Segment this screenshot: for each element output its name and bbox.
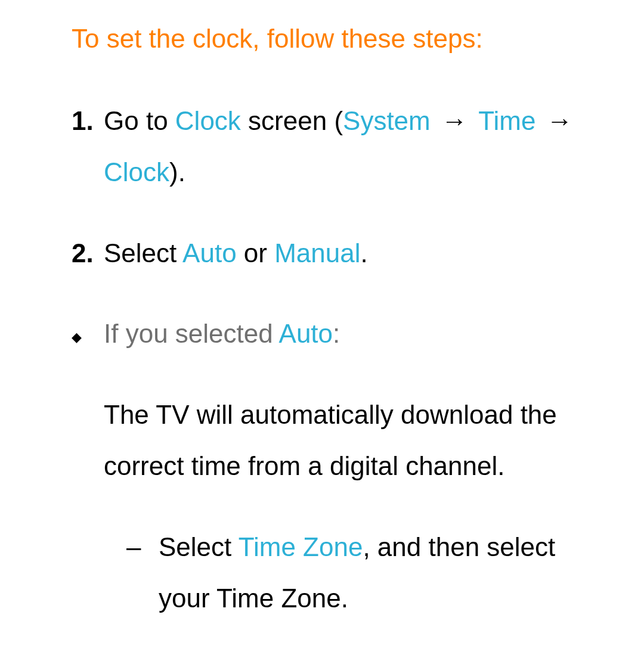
bullet-description: The TV will automatically download the c… bbox=[104, 389, 608, 492]
text: : bbox=[333, 319, 340, 348]
text: Select bbox=[104, 238, 182, 268]
text: or bbox=[237, 238, 275, 268]
bullet-body: If you selected Auto: The TV will automa… bbox=[104, 308, 608, 658]
menu-clock: Clock bbox=[104, 157, 169, 187]
text: Select bbox=[159, 532, 239, 561]
text: ). bbox=[169, 157, 185, 187]
menu-system: System bbox=[343, 106, 431, 135]
sub-item-1: – Select Time Zone, and then select your… bbox=[104, 522, 608, 624]
step-body: Go to Clock screen (System → Time → Cloc… bbox=[104, 95, 608, 198]
text: Go to bbox=[104, 106, 175, 135]
step-number: 1. bbox=[72, 95, 104, 198]
sub-item-body: Select DST (Daylight Savings bbox=[159, 653, 608, 658]
option-time-zone: Time Zone bbox=[239, 532, 363, 561]
menu-clock: Clock bbox=[175, 106, 241, 135]
bullet-item: ◆ If you selected Auto: The TV will auto… bbox=[72, 308, 608, 658]
step-body: Select Auto or Manual. bbox=[104, 228, 608, 279]
dash-bullet-icon: – bbox=[126, 522, 159, 624]
section-heading: To set the clock, follow these steps: bbox=[72, 24, 608, 54]
option-manual: Manual bbox=[274, 238, 360, 268]
arrow-icon: → bbox=[535, 106, 576, 135]
step-2: 2. Select Auto or Manual. bbox=[72, 228, 608, 279]
bullet-lead: If you selected Auto: bbox=[104, 308, 608, 359]
arrow-icon: → bbox=[431, 106, 478, 135]
text: If you selected bbox=[104, 319, 279, 348]
text: . bbox=[361, 238, 368, 268]
option-auto: Auto bbox=[182, 238, 237, 268]
step-number: 2. bbox=[72, 228, 104, 279]
menu-time: Time bbox=[478, 106, 535, 135]
step-1: 1. Go to Clock screen (System → Time → C… bbox=[72, 95, 608, 198]
sub-item-body: Select Time Zone, and then select your T… bbox=[159, 522, 608, 624]
option-auto: Auto bbox=[279, 319, 333, 348]
dash-bullet-icon: – bbox=[126, 653, 159, 658]
diamond-bullet-icon: ◆ bbox=[72, 308, 104, 658]
sub-item-2: – Select DST (Daylight Savings bbox=[104, 653, 608, 658]
text: screen ( bbox=[241, 106, 343, 135]
